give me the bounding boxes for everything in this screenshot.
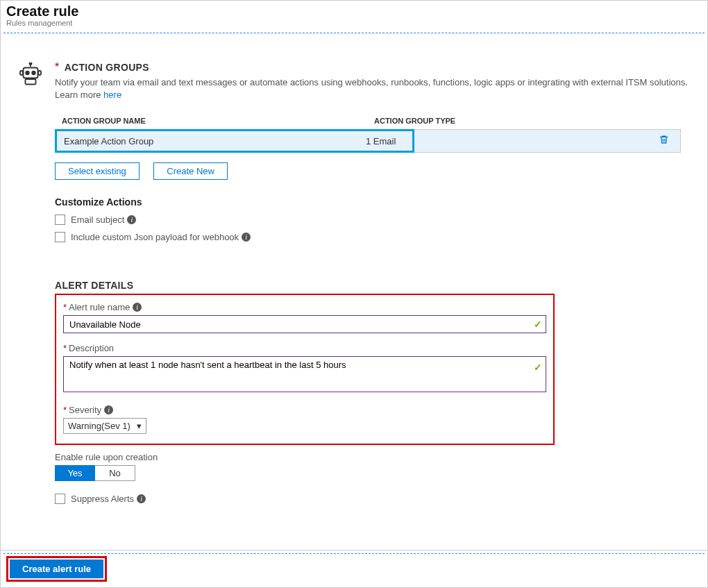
email-subject-label: Email subject [71, 215, 124, 225]
email-subject-checkbox[interactable] [55, 215, 65, 225]
breadcrumb: Rules management [6, 19, 702, 27]
enable-label: Enable rule upon creation [55, 452, 695, 462]
svg-rect-6 [38, 71, 41, 75]
customize-actions-title: Customize Actions [55, 196, 695, 208]
severity-label: Severity [69, 405, 101, 415]
create-alert-rule-button[interactable]: Create alert rule [10, 560, 103, 578]
action-groups-title: ACTION GROUPS [65, 62, 149, 73]
info-icon[interactable]: i [127, 215, 136, 224]
svg-point-1 [30, 62, 32, 65]
enable-no[interactable]: No [95, 465, 135, 481]
description-input[interactable] [63, 356, 546, 392]
suppress-alerts-checkbox[interactable] [55, 494, 65, 504]
rule-name-input[interactable] [63, 315, 546, 333]
svg-rect-7 [26, 79, 36, 85]
alert-details-title: ALERT DETAILS [55, 280, 695, 291]
robot-icon [18, 62, 43, 87]
trash-icon[interactable] [659, 134, 669, 148]
severity-select[interactable]: Warning(Sev 1) ▾ [63, 418, 146, 434]
info-icon[interactable]: i [133, 303, 142, 312]
col-action-group-type: ACTION GROUP TYPE [374, 117, 695, 125]
enable-yes[interactable]: Yes [55, 465, 95, 481]
action-group-columns: ACTION GROUP NAME ACTION GROUP TYPE [55, 117, 695, 125]
alert-details-highlight: * Alert rule name i ✓ * Description [55, 294, 555, 445]
create-new-button[interactable]: Create New [153, 162, 228, 180]
check-icon: ✓ [534, 319, 542, 330]
action-groups-desc: Notify your team via email and text mess… [55, 76, 695, 101]
suppress-alerts-label: Suppress Alerts [71, 494, 134, 504]
select-existing-button[interactable]: Select existing [55, 162, 140, 180]
action-group-type: 1 Email [366, 136, 396, 146]
enable-toggle[interactable]: Yes No [55, 465, 695, 481]
col-action-group-name: ACTION GROUP NAME [55, 117, 374, 125]
create-button-highlight: Create alert rule [6, 556, 107, 582]
info-icon[interactable]: i [242, 233, 251, 242]
description-label: Description [69, 343, 114, 353]
json-payload-checkbox[interactable] [55, 232, 65, 242]
page-title: Create rule [6, 3, 702, 19]
svg-rect-5 [20, 71, 23, 75]
chevron-down-icon: ▾ [137, 421, 142, 431]
rule-name-label: Alert rule name [69, 302, 130, 312]
page-header: Create rule Rules management [1, 1, 707, 33]
json-payload-label: Include custom Json payload for webhook [71, 232, 239, 242]
svg-point-4 [32, 72, 35, 75]
info-icon[interactable]: i [137, 494, 146, 503]
check-icon: ✓ [534, 362, 542, 373]
required-star: * [55, 61, 59, 73]
info-icon[interactable]: i [104, 405, 113, 414]
action-group-name: Example Action Group [57, 136, 366, 146]
learn-more-link[interactable]: here [103, 90, 121, 100]
action-group-row-selected[interactable]: Example Action Group 1 Email [55, 129, 414, 153]
svg-point-3 [26, 72, 29, 75]
